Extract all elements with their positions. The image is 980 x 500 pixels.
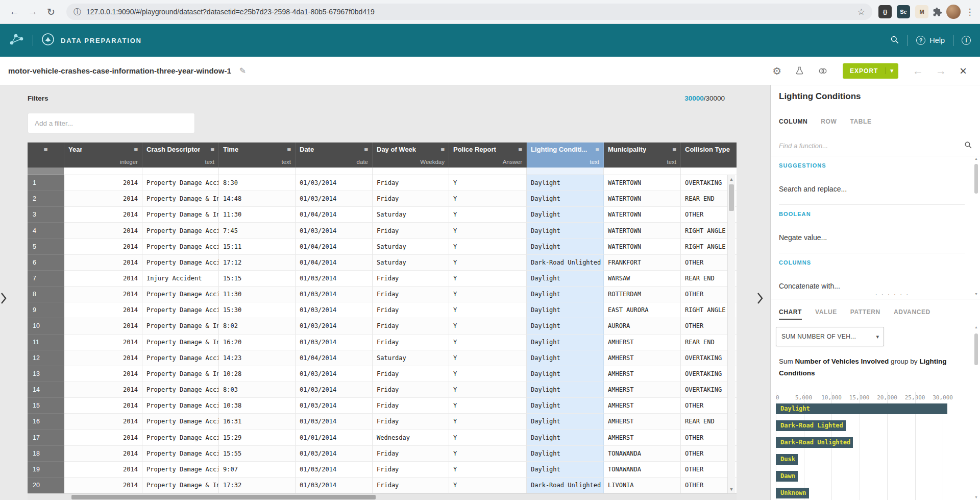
table-cell[interactable]: Daylight [527, 191, 604, 207]
table-cell[interactable]: Daylight [527, 446, 604, 462]
scroll-up-icon[interactable]: ▲ [974, 325, 978, 329]
table-cell[interactable]: Daylight [527, 350, 604, 366]
table-cell[interactable]: TONAWANDA [604, 462, 681, 478]
table-cell[interactable]: Property Damage Accid [142, 255, 219, 271]
table-cell[interactable]: Y [449, 255, 527, 271]
table-cell[interactable]: Y [449, 366, 527, 382]
table-cell[interactable]: 2014 [64, 398, 142, 414]
table-cell[interactable]: Daylight [527, 239, 604, 255]
table-cell[interactable]: Friday [373, 398, 449, 414]
function-item[interactable]: Search and replace... [779, 170, 965, 205]
row-number[interactable]: 11 [28, 335, 64, 350]
table-cell[interactable]: Y [449, 398, 527, 414]
scroll-down-icon[interactable]: ▼ [974, 495, 978, 499]
close-icon[interactable]: × [960, 64, 967, 78]
table-cell[interactable]: 01/03/2014 [296, 382, 373, 398]
horizontal-scrollbar-thumb[interactable] [71, 495, 376, 499]
table-cell[interactable]: 01/03/2014 [296, 191, 373, 207]
column-menu-icon[interactable]: ≡ [131, 146, 138, 153]
table-cell[interactable]: 01/04/2014 [296, 239, 373, 255]
left-panel-expand-chevron-icon[interactable] [0, 292, 8, 306]
table-cell[interactable]: Friday [373, 478, 449, 493]
table-cell[interactable]: 01/04/2014 [296, 207, 373, 223]
table-cell[interactable]: 11:30 [219, 287, 296, 302]
table-cell[interactable]: 01/01/2014 [296, 430, 373, 446]
table-cell[interactable]: LIVONIA [604, 478, 681, 493]
table-cell[interactable]: Property Damage Accid [142, 430, 219, 446]
table-cell[interactable]: 01/03/2014 [296, 414, 373, 430]
table-cell[interactable]: 2014 [64, 191, 142, 207]
table-cell[interactable]: 2014 [64, 414, 142, 430]
table-cell[interactable]: 01/03/2014 [296, 446, 373, 462]
column-menu-icon[interactable]: ≡ [669, 146, 676, 153]
table-cell[interactable]: Y [449, 207, 527, 223]
scroll-down-icon[interactable]: ▼ [728, 487, 735, 492]
table-cell[interactable]: Y [449, 446, 527, 462]
scroll-up-icon[interactable]: ▲ [974, 157, 978, 160]
table-cell[interactable]: 2014 [64, 239, 142, 255]
table-cell[interactable]: 01/03/2014 [296, 223, 373, 239]
column-header-lighting-conditi[interactable]: Lighting Conditi...≡ [527, 142, 604, 156]
table-cell[interactable]: Daylight [527, 462, 604, 478]
table-cell[interactable]: Friday [373, 287, 449, 302]
row-number[interactable]: 4 [28, 223, 64, 239]
table-cell[interactable]: 11:30 [219, 207, 296, 223]
row-number[interactable]: 1 [28, 175, 64, 191]
table-cell[interactable]: Y [449, 382, 527, 398]
scrollbar-thumb[interactable] [974, 334, 978, 365]
export-button[interactable]: EXPORT ▾ [843, 63, 898, 79]
table-cell[interactable]: 2014 [64, 175, 142, 191]
row-number[interactable]: 12 [28, 350, 64, 366]
table-cell[interactable]: 14:23 [219, 350, 296, 366]
function-search-icon[interactable] [964, 140, 972, 151]
table-cell[interactable]: Daylight [527, 382, 604, 398]
table-cell[interactable]: Property Damage Accid [142, 302, 219, 318]
table-cell[interactable]: Y [449, 239, 527, 255]
column-menu-icon[interactable]: ≡ [361, 146, 368, 153]
table-cell[interactable]: Dark-Road Unlighted [527, 255, 604, 271]
info-icon[interactable]: i [962, 36, 971, 45]
table-cell[interactable]: 2014 [64, 271, 142, 287]
table-cell[interactable]: 2014 [64, 207, 142, 223]
extension-icon-3[interactable]: M [915, 5, 928, 18]
chart-scrollbar[interactable]: ▲ ▼ [974, 325, 978, 499]
table-cell[interactable]: 2014 [64, 318, 142, 334]
table-cell[interactable]: 8:02 [219, 318, 296, 334]
settings-gear-icon[interactable]: ⚙ [772, 65, 781, 77]
table-cell[interactable]: Y [449, 191, 527, 207]
tab-advanced[interactable]: ADVANCED [894, 308, 930, 320]
tab-column[interactable]: COLUMN [779, 118, 807, 129]
table-cell[interactable]: Daylight [527, 398, 604, 414]
table-cell[interactable]: WATERTOWN [604, 175, 681, 191]
tab-value[interactable]: VALUE [815, 308, 837, 320]
table-cell[interactable]: 01/04/2014 [296, 255, 373, 271]
row-number[interactable]: 2 [28, 191, 64, 207]
table-cell[interactable]: Friday [373, 302, 449, 318]
table-cell[interactable]: 2014 [64, 462, 142, 478]
table-cell[interactable]: AMHERST [604, 382, 681, 398]
table-cell[interactable]: Y [449, 462, 527, 478]
table-cell[interactable]: 8:30 [219, 175, 296, 191]
row-number[interactable]: 5 [28, 239, 64, 255]
column-menu-icon[interactable]: ≡ [284, 146, 291, 153]
table-cell[interactable]: Friday [373, 223, 449, 239]
table-cell[interactable]: 17:32 [219, 478, 296, 493]
table-cell[interactable]: Daylight [527, 318, 604, 334]
profile-avatar[interactable] [946, 5, 961, 19]
table-cell[interactable]: Daylight [527, 287, 604, 302]
table-cell[interactable]: Property Damage & Inj [142, 335, 219, 350]
table-cell[interactable]: Y [449, 478, 527, 493]
column-menu-icon[interactable]: ≡ [207, 146, 214, 153]
linked-rings-icon[interactable] [818, 66, 828, 76]
table-cell[interactable]: Property Damage Accid [142, 287, 219, 302]
row-number[interactable]: 9 [28, 302, 64, 318]
add-filter-input[interactable] [28, 113, 195, 133]
scroll-down-icon[interactable]: ▼ [974, 292, 978, 296]
table-cell[interactable]: 2014 [64, 255, 142, 271]
extension-icon-2[interactable]: Se [897, 5, 910, 18]
table-cell[interactable]: 9:07 [219, 462, 296, 478]
scrollbar-thumb[interactable] [974, 164, 978, 194]
table-cell[interactable]: Y [449, 287, 527, 302]
table-cell[interactable]: Friday [373, 175, 449, 191]
table-cell[interactable]: 01/03/2014 [296, 478, 373, 493]
